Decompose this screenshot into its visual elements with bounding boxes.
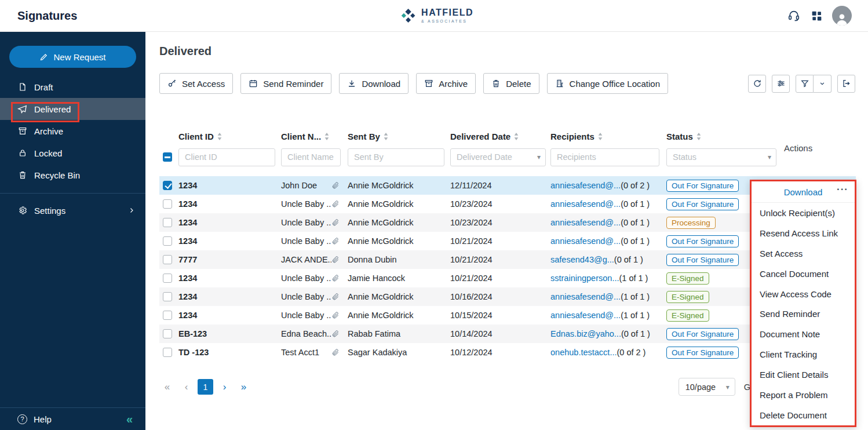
header-recipients[interactable]: Recipients [550,132,666,141]
row-checkbox[interactable] [163,292,172,301]
download-button[interactable]: Download [339,73,409,94]
page-size-select[interactable]: 10/page ▾ [679,378,735,396]
sidebar-item-label: Settings [34,206,65,216]
chevron-right-icon [128,207,135,214]
row-checkbox[interactable] [163,311,172,320]
actions-menu-item[interactable]: Resend Access Link [752,223,855,243]
sort-icon [324,133,329,140]
header-delivered-date[interactable]: Delivered Date [450,132,550,141]
actions-menu-item[interactable]: Document Note [752,324,855,344]
recipient-link[interactable]: anniesafesend@... [550,181,621,190]
recipient-link[interactable]: anniesafesend@... [550,218,621,227]
chevron-down-icon[interactable] [814,75,831,93]
recipient-link[interactable]: anniesafesend@... [550,292,621,301]
actions-menu-item[interactable]: Set Access [752,243,855,264]
change-office-location-button[interactable]: Change Office Location [547,73,669,94]
actions-menu-item[interactable]: Report a Problem [752,385,855,405]
more-actions-icon[interactable]: ··· [837,184,848,195]
app-window: Signatures HATFIELD & ASSOCIATES [0,0,868,430]
delete-button[interactable]: Delete [483,73,539,94]
client-name-filter-input[interactable] [281,148,341,166]
set-access-button[interactable]: Set Access [159,73,233,94]
pencil-icon [39,53,48,61]
actions-menu-item[interactable]: Unlock Recipient(s) [752,203,855,223]
header-status[interactable]: Status [666,132,781,141]
row-checkbox[interactable] [163,199,172,209]
pager-current-page[interactable]: 1 [198,379,213,395]
brand-name: HATFIELD [421,8,473,18]
client-id-cell: 1234 [178,274,197,283]
send-reminder-button[interactable]: Send Reminder [240,73,331,94]
pager-first-icon[interactable]: « [159,379,175,395]
filter-funnel-icon[interactable] [796,75,814,93]
recipient-link[interactable]: onehub.testacct... [550,348,617,357]
recipient-link[interactable]: safesend43@g... [550,255,614,264]
sent-by-cell: Annie McGoldrick [348,292,450,301]
recipient-count: (0 of 2 ) [621,181,650,190]
pager-next-icon[interactable]: › [217,379,232,395]
client-id-cell: 1234 [178,199,197,209]
sidebar-item-recycle-bin[interactable]: Recycle Bin [0,164,145,186]
status-badge: E-Signed [666,272,709,285]
column-settings-icon[interactable] [772,75,790,93]
sidebar-item-archive[interactable]: Archive [0,120,145,142]
sidebar-item-locked[interactable]: Locked [0,142,145,164]
delivered-date-filter-select[interactable] [450,148,546,166]
attachment-paperclip-icon [331,348,340,356]
client-id-cell: 1234 [178,236,197,246]
row-checkbox[interactable] [163,329,172,338]
sent-by-filter-input[interactable] [348,148,444,166]
actions-menu-item[interactable]: Delete Document [752,405,855,425]
recipient-count: (1 of 1 ) [621,292,650,301]
archive-button[interactable]: Archive [416,73,476,94]
collapse-sidebar-icon[interactable]: « [126,413,133,425]
export-icon[interactable] [837,75,855,93]
select-all-checkbox[interactable] [163,152,172,162]
recipients-filter-input[interactable] [550,148,659,166]
row-checkbox[interactable] [163,274,172,283]
actions-menu-item[interactable]: Send Reminder [752,304,855,325]
support-headset-icon[interactable] [787,9,801,23]
row-checkbox[interactable] [163,236,172,246]
recipient-link[interactable]: sstrainingperson... [550,274,619,283]
client-id-cell: EB-123 [178,329,207,338]
actions-menu-item[interactable]: View Access Code [752,284,855,304]
delivered-date-cell: 10/12/2024 [450,348,550,357]
apps-grid-icon[interactable] [809,9,823,23]
actions-menu-item[interactable]: Client Tracking [752,344,855,365]
row-download-action[interactable]: Download [784,187,823,197]
recipient-link[interactable]: anniesafesend@... [550,311,621,320]
recipient-count: (0 of 1 ) [621,329,650,338]
pager-prev-icon[interactable]: ‹ [178,379,194,395]
attachment-paperclip-icon [331,330,340,338]
recipient-link[interactable]: anniesafesend@... [550,199,621,209]
new-request-button[interactable]: New Request [9,46,136,68]
gear-icon [17,206,27,216]
sidebar-item-delivered[interactable]: Delivered [0,98,145,120]
row-checkbox[interactable] [163,181,172,190]
archive-icon [17,126,27,136]
header-actions: Actions [781,132,856,141]
recipient-link[interactable]: Ednas.biz@yaho... [550,329,621,338]
status-filter-select[interactable] [666,148,776,166]
client-id-cell: 1234 [178,292,197,301]
pager-last-icon[interactable]: » [236,379,251,395]
recipient-link[interactable]: anniesafesend@... [550,236,621,246]
sidebar-item-draft[interactable]: Draft [0,76,145,98]
row-checkbox[interactable] [163,255,172,264]
sidebar-item-help[interactable]: ? Help [17,414,52,424]
header-client-id[interactable]: Client ID [178,132,281,141]
row-checkbox[interactable] [163,218,172,227]
header-client-name[interactable]: Client N... [281,132,348,141]
user-avatar[interactable] [832,6,852,25]
client-id-filter-input[interactable] [178,148,275,166]
help-bar: ? Help « [0,407,145,430]
header-sent-by[interactable]: Sent By [348,132,450,141]
row-checkbox[interactable] [163,348,172,357]
actions-menu-item[interactable]: Edit Client Details [752,365,855,385]
attachment-paperclip-icon [331,237,340,245]
actions-menu-item[interactable]: Cancel Document [752,264,855,284]
sidebar-item-label: Archive [34,126,63,136]
refresh-icon[interactable] [748,75,766,93]
sidebar-item-settings[interactable]: Settings [0,199,145,221]
